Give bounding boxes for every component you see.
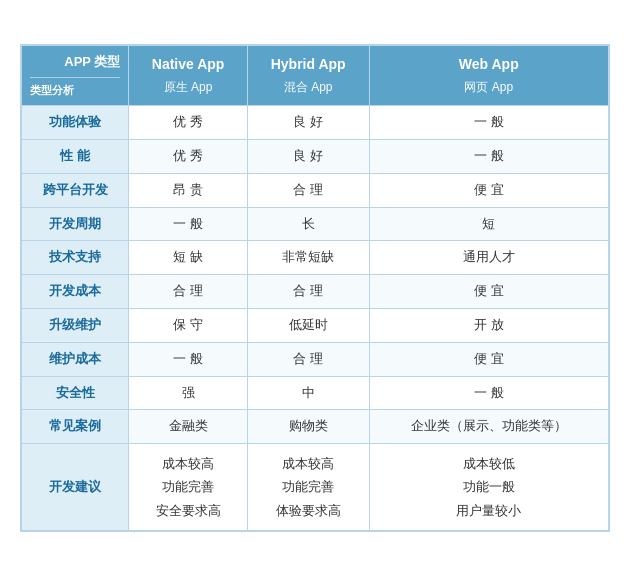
- table-row: 维护成本一 般合 理便 宜: [22, 342, 609, 376]
- data-cell: 一 般: [129, 342, 247, 376]
- table-row: 开发成本合 理合 理便 宜: [22, 275, 609, 309]
- row-label: 开发建议: [22, 444, 129, 531]
- data-cell: 优 秀: [129, 139, 247, 173]
- table-row: 安全性强中一 般: [22, 376, 609, 410]
- cell-line: 用户量较小: [374, 499, 604, 522]
- col-header-main-0: Native App: [152, 56, 225, 72]
- col-header-native: Native App原生 App: [129, 45, 247, 105]
- data-cell: 一 般: [369, 376, 608, 410]
- row-label: 开发周期: [22, 207, 129, 241]
- data-cell: 低延时: [247, 308, 369, 342]
- table-row: 开发建议成本较高功能完善安全要求高成本较高功能完善体验要求高成本较低功能一般用户…: [22, 444, 609, 531]
- table-row: 升级维护保 守低延时开 放: [22, 308, 609, 342]
- col-header-main-2: Web App: [459, 56, 519, 72]
- col-header-sub-2: 网页 App: [464, 80, 513, 94]
- data-cell: 强: [129, 376, 247, 410]
- data-cell: 良 好: [247, 139, 369, 173]
- corner-bottom-text: 类型分析: [30, 82, 120, 100]
- header-row: APP 类型 类型分析 Native App原生 App Hybrid App混…: [22, 45, 609, 105]
- data-cell: 便 宜: [369, 173, 608, 207]
- table-row: 常见案例金融类购物类企业类（展示、功能类等）: [22, 410, 609, 444]
- data-cell: 短: [369, 207, 608, 241]
- table-row: 技术支持短 缺非常短缺通用人才: [22, 241, 609, 275]
- data-cell: 保 守: [129, 308, 247, 342]
- data-cell: 购物类: [247, 410, 369, 444]
- table-row: 跨平台开发昂 贵合 理便 宜: [22, 173, 609, 207]
- cell-line: 成本较低: [374, 452, 604, 475]
- cell-line: 功能完善: [133, 475, 242, 498]
- cell-line: 安全要求高: [133, 499, 242, 522]
- row-label: 升级维护: [22, 308, 129, 342]
- data-cell: 一 般: [369, 106, 608, 140]
- data-cell: 昂 贵: [129, 173, 247, 207]
- data-cell: 金融类: [129, 410, 247, 444]
- corner-top-text: APP 类型: [30, 52, 120, 73]
- col-header-web: Web App网页 App: [369, 45, 608, 105]
- row-label: 功能体验: [22, 106, 129, 140]
- data-cell: 短 缺: [129, 241, 247, 275]
- row-label: 常见案例: [22, 410, 129, 444]
- table-row: 功能体验优 秀良 好一 般: [22, 106, 609, 140]
- data-cell: 成本较高功能完善体验要求高: [247, 444, 369, 531]
- row-label: 性 能: [22, 139, 129, 173]
- cell-line: 成本较高: [133, 452, 242, 475]
- col-header-sub-0: 原生 App: [164, 80, 213, 94]
- data-cell: 良 好: [247, 106, 369, 140]
- comparison-table: APP 类型 类型分析 Native App原生 App Hybrid App混…: [20, 44, 610, 533]
- data-cell: 通用人才: [369, 241, 608, 275]
- table-row: 开发周期一 般长短: [22, 207, 609, 241]
- data-cell: 企业类（展示、功能类等）: [369, 410, 608, 444]
- corner-header: APP 类型 类型分析: [22, 45, 129, 105]
- data-cell: 一 般: [129, 207, 247, 241]
- row-label: 安全性: [22, 376, 129, 410]
- row-label: 开发成本: [22, 275, 129, 309]
- data-cell: 便 宜: [369, 342, 608, 376]
- data-cell: 一 般: [369, 139, 608, 173]
- data-cell: 合 理: [247, 173, 369, 207]
- cell-line: 体验要求高: [252, 499, 365, 522]
- data-cell: 长: [247, 207, 369, 241]
- data-cell: 合 理: [247, 342, 369, 376]
- cell-line: 功能完善: [252, 475, 365, 498]
- data-cell: 中: [247, 376, 369, 410]
- data-cell: 开 放: [369, 308, 608, 342]
- data-cell: 合 理: [247, 275, 369, 309]
- cell-line: 成本较高: [252, 452, 365, 475]
- table-body: 功能体验优 秀良 好一 般性 能优 秀良 好一 般跨平台开发昂 贵合 理便 宜开…: [22, 106, 609, 531]
- row-label: 维护成本: [22, 342, 129, 376]
- row-label: 跨平台开发: [22, 173, 129, 207]
- col-header-sub-1: 混合 App: [284, 80, 333, 94]
- col-header-hybrid: Hybrid App混合 App: [247, 45, 369, 105]
- data-cell: 合 理: [129, 275, 247, 309]
- cell-line: 功能一般: [374, 475, 604, 498]
- data-cell: 成本较低功能一般用户量较小: [369, 444, 608, 531]
- data-cell: 优 秀: [129, 106, 247, 140]
- row-label: 技术支持: [22, 241, 129, 275]
- col-header-main-1: Hybrid App: [271, 56, 346, 72]
- data-cell: 便 宜: [369, 275, 608, 309]
- data-cell: 成本较高功能完善安全要求高: [129, 444, 247, 531]
- data-cell: 非常短缺: [247, 241, 369, 275]
- table-row: 性 能优 秀良 好一 般: [22, 139, 609, 173]
